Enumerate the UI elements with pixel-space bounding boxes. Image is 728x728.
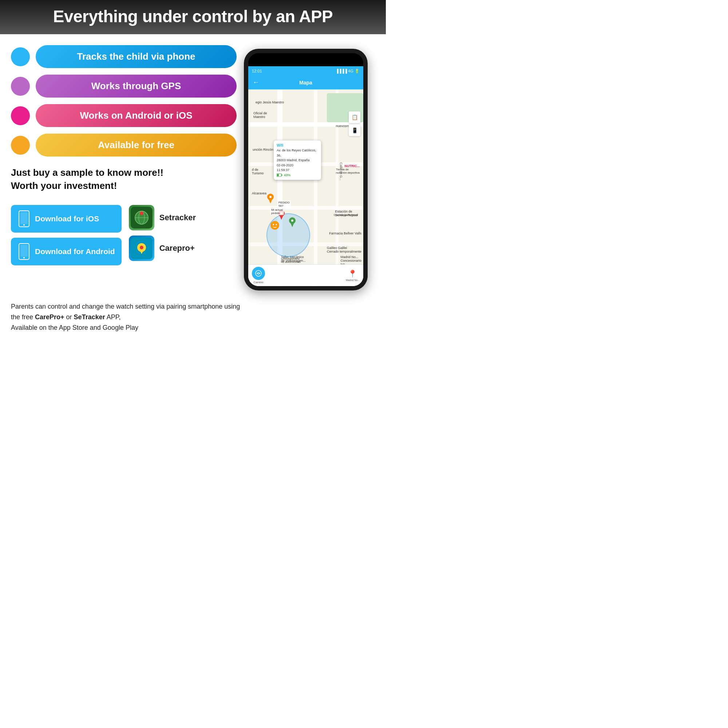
carepro-app-name: Carepro+: [159, 243, 195, 253]
wifi-popup-title: Wifi: [277, 143, 318, 148]
ios-phone-icon: [17, 209, 31, 228]
map-label-oficial: Oficial deMaestro: [253, 112, 267, 119]
main-content: Tracks the child via phone Works through…: [0, 34, 386, 298]
svg-point-31: [273, 224, 274, 225]
svg-rect-20: [277, 174, 279, 176]
svg-marker-25: [279, 215, 284, 220]
app-icons-section: Setracker Carepro+: [129, 205, 196, 261]
pin-orange: [266, 193, 274, 205]
map-background: egio Jesús Maestro Oficial deMaestro nue…: [248, 90, 363, 286]
feature-row-platform: Works on Android or iOS: [11, 104, 237, 127]
feature-row-track: Tracks the child via phone: [11, 45, 237, 68]
svg-point-2: [23, 224, 25, 226]
badge-track: Tracks the child via phone: [36, 45, 237, 68]
android-phone-icon: [17, 242, 31, 261]
svg-point-30: [271, 221, 279, 230]
map-label-concesion: Concesionariode automóviles: [281, 257, 301, 263]
phone-screen: egio Jesús Maestro Oficial deMaestro nue…: [248, 90, 363, 286]
phone-device: 12:01 ▐▐▐▐ 4G 🔋 ← Mapa: [244, 49, 368, 291]
footer-text: Parents can control and change the watch…: [0, 298, 386, 340]
battery-indicator: 43%: [277, 173, 318, 178]
setracker-app-item: Setracker: [129, 205, 196, 230]
svg-marker-28: [290, 222, 294, 227]
bottom-madrid-button[interactable]: 📍 Madrid No...: [346, 269, 359, 281]
wifi-popup: Wifi Av. de los Reyes Católicos, 36, 280…: [274, 141, 321, 180]
bottom-cambio-button[interactable]: Cambio: [252, 267, 265, 284]
carepro-app-icon: [129, 236, 154, 261]
map-tool-layers[interactable]: 📋: [349, 112, 360, 123]
badge-gps: Works through GPS: [36, 75, 237, 98]
map-label-nutric: NUTRIC...: [345, 164, 360, 168]
map-label-galileo: Galileo GalileiCerrado temporalmente: [327, 246, 361, 253]
feature-row-gps: Works through GPS: [11, 75, 237, 98]
phone-mockup: 12:01 ▐▐▐▐ 4G 🔋 ← Mapa: [244, 45, 375, 291]
dot-free: [11, 136, 30, 155]
feature-row-free: Available for free: [11, 134, 237, 156]
phone-notch: [288, 53, 324, 61]
dot-gps: [11, 77, 30, 96]
map-label-turismo: d deTurismo: [252, 168, 263, 175]
setracker-app-name: Setracker: [159, 213, 196, 222]
download-ios-button[interactable]: Download for iOS: [11, 205, 122, 232]
svg-marker-22: [268, 198, 273, 203]
back-button[interactable]: ←: [252, 79, 259, 86]
map-label-alcaravea: Alcaravea: [252, 191, 266, 195]
dot-platform: [11, 106, 30, 125]
signal-indicator: ▐▐▐▐ 4G 🔋: [336, 69, 359, 73]
svg-point-29: [291, 219, 294, 222]
phone-nav-bar: ← Mapa: [248, 76, 363, 90]
svg-rect-19: [281, 174, 283, 176]
phone-status-bar: 12:01 ▐▐▐▐ 4G 🔋: [248, 66, 363, 76]
svg-point-17: [140, 246, 144, 249]
cta-text: Just buy a sample to know more!! Worth y…: [11, 166, 237, 193]
svg-point-5: [23, 257, 25, 258]
page-title: Everything under control by an APP: [7, 6, 379, 26]
setracker-app-icon: [129, 205, 154, 230]
dot-track: [11, 47, 30, 66]
map-label-calle: Calle de G...: [339, 162, 343, 180]
svg-rect-4: [20, 245, 28, 257]
map-label-farmacia: Farmacia Bellver Valls: [329, 231, 361, 235]
map-label-pedido: PEDIDO587: [277, 200, 291, 208]
pin-green: [288, 217, 296, 229]
map-tool-device[interactable]: 📱: [349, 124, 360, 136]
cambio-icon: [252, 267, 265, 280]
badge-platform: Works on Android or iOS: [36, 104, 237, 127]
map-label-rincon: unción Rincón: [252, 148, 273, 151]
svg-point-33: [255, 271, 262, 276]
features-section: Tracks the child via phone Works through…: [11, 45, 237, 291]
download-section: Download for iOS Download for Android: [11, 205, 237, 265]
download-android-button[interactable]: Download for Android: [11, 238, 122, 265]
svg-rect-1: [20, 212, 28, 224]
map-label-comida: Comida para llevar: [334, 213, 358, 217]
phone-notch-area: [248, 53, 363, 66]
badge-free: Available for free: [36, 134, 237, 156]
map-toolbar: 📋 📱: [349, 112, 360, 136]
footer-line2: the free CarePro+ or SeTracker APP,: [11, 312, 375, 323]
pin-smiley: [270, 220, 280, 231]
carepro-app-item: Carepro+: [129, 236, 196, 261]
phone-bottom-bar: Cambio 📍 Madrid No...: [248, 264, 363, 286]
download-buttons: Download for iOS Download for Android: [11, 205, 122, 265]
map-label-mi-actual: Mi actualpedido: [270, 208, 284, 215]
header: Everything under control by an APP: [0, 0, 386, 34]
svg-point-23: [269, 196, 272, 198]
svg-point-32: [275, 224, 277, 225]
map-label-school: egio Jesús Maestro: [255, 101, 284, 104]
